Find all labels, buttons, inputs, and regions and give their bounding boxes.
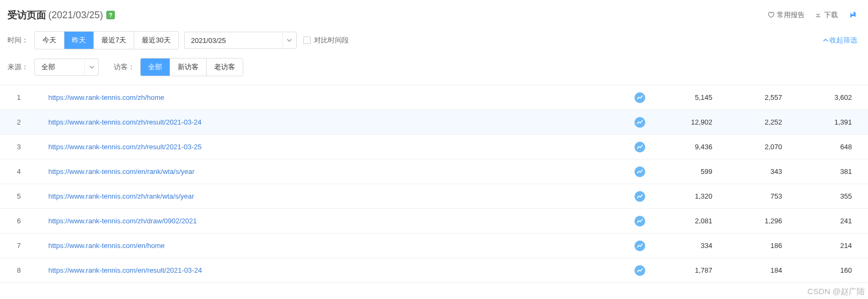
visitor-group: 全部新访客老访客 — [140, 58, 243, 76]
row-trend[interactable] — [626, 92, 653, 103]
trend-icon — [634, 92, 645, 103]
pages-table: 1https://www.rank-tennis.com/zh/home5,14… — [0, 85, 868, 283]
page-url-link[interactable]: https://www.rank-tennis.com/en/rank/wta/… — [48, 167, 194, 176]
time-range-group: 今天昨天最近7天最近30天 — [34, 31, 179, 49]
heart-icon — [767, 11, 775, 20]
page-url-link[interactable]: https://www.rank-tennis.com/zh/rank/wta/… — [48, 192, 194, 200]
row-trend[interactable] — [626, 191, 653, 202]
collapse-filter-label: 收起筛选 — [829, 35, 857, 45]
row-url-cell: https://www.rank-tennis.com/zh/home — [38, 93, 626, 101]
compare-label: 对比时间段 — [314, 35, 349, 45]
table-row: 8https://www.rank-tennis.com/en/result/2… — [0, 258, 868, 283]
chevron-down-icon — [282, 32, 296, 48]
table-row: 5https://www.rank-tennis.com/zh/rank/wta… — [0, 184, 868, 209]
row-col-3: 241 — [793, 217, 863, 225]
trend-icon — [634, 240, 645, 251]
compare-checkbox[interactable]: 对比时间段 — [303, 35, 349, 45]
page-url-link[interactable]: https://www.rank-tennis.com/zh/home — [48, 93, 164, 101]
row-col-2: 2,557 — [723, 93, 793, 101]
row-col-2: 184 — [723, 266, 793, 274]
trend-icon — [634, 216, 645, 227]
time-option-button[interactable]: 最近7天 — [94, 32, 134, 49]
chevron-up-icon — [823, 37, 828, 45]
row-url-cell: https://www.rank-tennis.com/zh/rank/wta/… — [38, 192, 626, 200]
page-header: 受访页面 (2021/03/25) ? 常用报告 下载 — [0, 0, 868, 27]
row-col-2: 343 — [723, 167, 793, 176]
page-url-link[interactable]: https://www.rank-tennis.com/zh/result/20… — [48, 118, 201, 126]
row-trend[interactable] — [626, 117, 653, 128]
trend-icon — [634, 166, 645, 177]
row-trend[interactable] — [626, 166, 653, 177]
favorite-report-label: 常用报告 — [777, 10, 805, 20]
date-picker-value: 2021/03/25 — [185, 37, 282, 45]
date-picker[interactable]: 2021/03/25 — [184, 32, 297, 49]
row-index: 5 — [0, 192, 38, 200]
row-col-3: 355 — [793, 192, 863, 200]
row-trend[interactable] — [626, 142, 653, 152]
page-url-link[interactable]: https://www.rank-tennis.com/en/result/20… — [48, 266, 202, 274]
row-col-1: 2,081 — [653, 217, 723, 225]
trend-icon — [634, 142, 645, 152]
row-col-1: 12,902 — [653, 118, 723, 126]
time-filter-row: 时间： 今天昨天最近7天最近30天 2021/03/25 对比时间段 收起筛选 — [0, 27, 868, 54]
table-row: 3https://www.rank-tennis.com/zh/result/2… — [0, 135, 868, 159]
checkbox-icon — [303, 37, 311, 44]
trend-icon — [634, 117, 645, 128]
row-col-1: 5,145 — [653, 93, 723, 101]
row-col-2: 186 — [723, 242, 793, 250]
source-select-value: 全部 — [35, 62, 84, 72]
source-label: 来源： — [8, 62, 34, 72]
row-col-1: 1,320 — [653, 192, 723, 200]
row-col-3: 381 — [793, 167, 863, 176]
row-col-3: 648 — [793, 143, 863, 151]
page-title: 受访页面 — [8, 9, 46, 21]
visitor-option-button[interactable]: 老访客 — [207, 59, 243, 76]
table-row: 1https://www.rank-tennis.com/zh/home5,14… — [0, 85, 868, 110]
page-url-link[interactable]: https://www.rank-tennis.com/zh/draw/0902… — [48, 217, 197, 225]
favorite-report-button[interactable]: 常用报告 — [767, 10, 805, 20]
row-index: 4 — [0, 167, 38, 176]
page-url-link[interactable]: https://www.rank-tennis.com/zh/result/20… — [48, 143, 201, 151]
download-button[interactable]: 下载 — [814, 10, 838, 20]
page-date: (2021/03/25) — [48, 10, 103, 21]
row-index: 8 — [0, 266, 38, 274]
header-actions: 常用报告 下载 — [767, 10, 857, 20]
visitor-label: 访客： — [114, 62, 135, 72]
row-url-cell: https://www.rank-tennis.com/en/result/20… — [38, 266, 626, 274]
row-col-1: 9,436 — [653, 143, 723, 151]
table-row: 6https://www.rank-tennis.com/zh/draw/090… — [0, 209, 868, 234]
row-col-2: 2,252 — [723, 118, 793, 126]
visitor-option-button[interactable]: 全部 — [141, 59, 170, 76]
chevron-down-icon — [84, 59, 98, 75]
row-url-cell: https://www.rank-tennis.com/en/rank/wta/… — [38, 167, 626, 176]
row-col-3: 3,602 — [793, 93, 863, 101]
source-select[interactable]: 全部 — [34, 59, 99, 76]
row-index: 7 — [0, 242, 38, 250]
row-col-1: 599 — [653, 167, 723, 176]
collapse-filter-button[interactable]: 收起筛选 — [823, 35, 857, 45]
table-row: 7https://www.rank-tennis.com/en/home3341… — [0, 234, 868, 258]
row-url-cell: https://www.rank-tennis.com/en/home — [38, 242, 626, 250]
row-col-3: 214 — [793, 242, 863, 250]
row-trend[interactable] — [626, 216, 653, 227]
table-row: 4https://www.rank-tennis.com/en/rank/wta… — [0, 159, 868, 184]
row-trend[interactable] — [626, 240, 653, 251]
row-url-cell: https://www.rank-tennis.com/zh/result/20… — [38, 118, 626, 126]
visitor-option-button[interactable]: 新访客 — [170, 59, 207, 76]
time-option-button[interactable]: 昨天 — [64, 32, 94, 49]
row-col-1: 334 — [653, 242, 723, 250]
page-url-link[interactable]: https://www.rank-tennis.com/en/home — [48, 242, 165, 250]
row-col-3: 1,391 — [793, 118, 863, 126]
table-row: 2https://www.rank-tennis.com/zh/result/2… — [0, 110, 868, 135]
row-trend[interactable] — [626, 265, 653, 276]
row-col-2: 2,070 — [723, 143, 793, 151]
pin-button[interactable] — [848, 10, 857, 20]
time-option-button[interactable]: 最近30天 — [134, 32, 178, 49]
row-index: 3 — [0, 143, 38, 151]
time-option-button[interactable]: 今天 — [35, 32, 64, 49]
row-col-2: 753 — [723, 192, 793, 200]
trend-icon — [634, 191, 645, 202]
help-icon[interactable]: ? — [106, 11, 115, 19]
row-col-2: 1,296 — [723, 217, 793, 225]
row-index: 1 — [0, 93, 38, 101]
